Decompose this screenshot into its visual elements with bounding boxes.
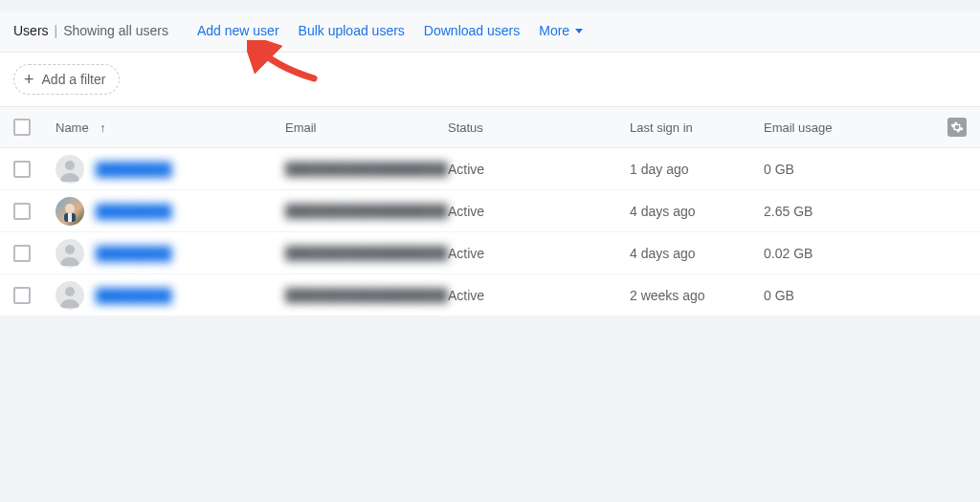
- users-subheader: Users | Showing all users Add new user B…: [0, 11, 980, 53]
- avatar: [56, 155, 84, 184]
- svg-point-5: [65, 287, 75, 296]
- table-row[interactable]: ████████ ██████████████████ Active 1 day…: [0, 148, 980, 190]
- table-row[interactable]: ████████ ██████████████████ Active 4 day…: [0, 232, 980, 274]
- user-name-link[interactable]: ████████: [96, 246, 171, 261]
- user-last-sign-in: 1 day ago: [630, 162, 764, 177]
- user-email-usage: 0.02 GB: [764, 246, 924, 261]
- user-email-usage: 0 GB: [764, 162, 924, 177]
- avatar: [56, 239, 84, 268]
- user-last-sign-in: 4 days ago: [630, 246, 764, 261]
- user-email: ██████████████████: [285, 162, 448, 177]
- user-last-sign-in: 2 weeks ago: [630, 288, 764, 303]
- more-label: More: [539, 23, 569, 38]
- user-last-sign-in: 4 days ago: [630, 204, 764, 219]
- svg-point-4: [65, 245, 75, 254]
- title-group: Users | Showing all users: [13, 23, 168, 38]
- user-email: ██████████████████: [285, 288, 448, 303]
- gear-icon[interactable]: [947, 118, 967, 137]
- sort-ascending-icon: ↑: [100, 120, 106, 135]
- column-status[interactable]: Status: [448, 120, 630, 135]
- user-email: ██████████████████: [285, 246, 448, 261]
- page-title: Users: [13, 23, 49, 38]
- add-filter-label: Add a filter: [42, 72, 106, 87]
- user-name-link[interactable]: ████████: [96, 204, 171, 219]
- table-header: Name ↑ Email Status Last sign in Email u…: [0, 106, 980, 148]
- filter-row: + Add a filter: [0, 53, 980, 106]
- user-name-link[interactable]: ████████: [96, 162, 171, 177]
- user-status: Active: [448, 204, 630, 219]
- user-name-link[interactable]: ████████: [96, 288, 171, 303]
- svg-point-0: [65, 161, 75, 170]
- more-menu[interactable]: More: [539, 23, 583, 38]
- add-filter-chip[interactable]: + Add a filter: [13, 64, 120, 95]
- row-checkbox[interactable]: [13, 203, 31, 220]
- user-status: Active: [448, 288, 630, 303]
- row-checkbox[interactable]: [13, 287, 31, 304]
- column-email-usage[interactable]: Email usage: [764, 120, 924, 135]
- column-name[interactable]: Name ↑: [56, 120, 285, 135]
- column-email[interactable]: Email: [285, 120, 448, 135]
- table-row[interactable]: ████████ ██████████████████ Active 4 day…: [0, 190, 980, 232]
- download-users-link[interactable]: Download users: [424, 23, 520, 38]
- select-all-checkbox[interactable]: [13, 119, 31, 136]
- avatar: [56, 281, 84, 310]
- title-separator: |: [55, 23, 58, 38]
- row-checkbox[interactable]: [13, 161, 31, 178]
- page-subtitle: Showing all users: [63, 23, 168, 38]
- user-email-usage: 0 GB: [764, 288, 924, 303]
- topbar-spacer: [0, 0, 980, 11]
- row-checkbox[interactable]: [13, 245, 31, 262]
- avatar: [56, 197, 84, 226]
- user-status: Active: [448, 162, 630, 177]
- bulk-upload-users-link[interactable]: Bulk upload users: [299, 23, 405, 38]
- add-new-user-link[interactable]: Add new user: [197, 23, 279, 38]
- user-email: ██████████████████: [285, 204, 448, 219]
- user-email-usage: 2.65 GB: [764, 204, 924, 219]
- table-row[interactable]: ████████ ██████████████████ Active 2 wee…: [0, 274, 980, 316]
- svg-point-1: [65, 204, 75, 213]
- svg-rect-3: [68, 213, 72, 222]
- plus-icon: +: [24, 71, 34, 88]
- column-last-sign-in[interactable]: Last sign in: [630, 120, 764, 135]
- chevron-down-icon: [575, 29, 583, 33]
- user-status: Active: [448, 246, 630, 261]
